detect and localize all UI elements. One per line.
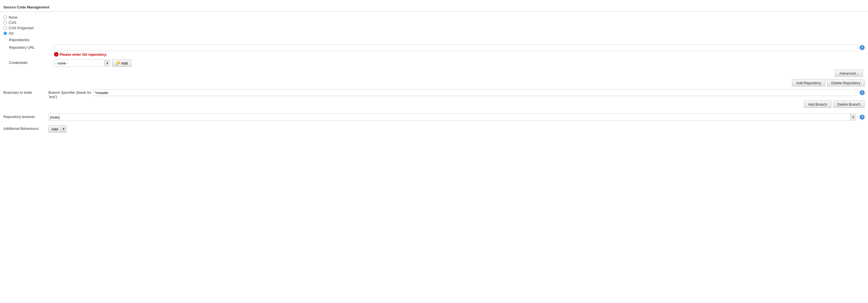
additional-behaviours-label: Additional Behaviours — [3, 125, 49, 131]
radio-item-cvs: CVS — [3, 21, 865, 25]
repositories-section: Repositories Repository URL ? – Please e… — [9, 38, 865, 86]
branches-section: Branches to build Branch Specifier (blan… — [3, 89, 865, 111]
scm-radio-group: None CVS CVS Projectset Git — [3, 15, 865, 35]
add-behaviour-dropdown-button[interactable]: ▼ — [61, 125, 66, 133]
repository-url-label: Repository URL — [9, 44, 54, 50]
add-behaviour-chevron-icon: ▼ — [62, 128, 65, 130]
branch-specifier-help-icon[interactable]: ? — [860, 90, 865, 95]
source-code-management-section: Source Code Management None CVS CVS Proj… — [0, 3, 868, 133]
section-title: Source Code Management — [0, 3, 868, 12]
radio-none[interactable] — [3, 16, 7, 19]
repository-url-input[interactable] — [54, 44, 858, 51]
repository-browser-select[interactable]: (Auto) — [49, 113, 856, 121]
repository-actions: Advanced... — [9, 70, 865, 77]
radio-cvs-projectset[interactable] — [3, 26, 7, 30]
credentials-select[interactable]: - none - — [54, 59, 110, 67]
branch-specifier-row: Branch Specifier (blank for 'any') ? — [49, 89, 865, 99]
radio-cvs[interactable] — [3, 21, 7, 25]
add-behaviour-label: Add — [52, 127, 58, 131]
repositories-label: Repositories — [9, 38, 865, 42]
add-credential-button[interactable]: 🔑 Add — [112, 59, 131, 67]
add-branch-button[interactable]: Add Branch — [804, 101, 831, 108]
repository-url-input-row: ? — [54, 44, 865, 51]
delete-branch-button[interactable]: Delete Branch — [833, 101, 865, 108]
radio-item-none: None — [3, 15, 865, 20]
add-behaviour-main-button[interactable]: Add — [49, 125, 61, 133]
radio-cvs-projectset-label[interactable]: CVS Projectset — [9, 26, 33, 30]
repository-buttons-row: Add Repository Delete Repository — [9, 79, 865, 86]
radio-git[interactable] — [3, 31, 7, 35]
branches-label: Branches to build — [3, 89, 49, 94]
credentials-select-wrapper: - none - ▼ — [54, 59, 110, 67]
repository-url-content: ? – Please enter Git repository. — [54, 44, 865, 57]
repository-browser-label: Repository browser — [3, 113, 49, 119]
branch-specifier-input[interactable] — [93, 89, 856, 96]
branch-specifier-label: Branch Specifier (blank for 'any') — [49, 89, 93, 99]
branches-content: Branch Specifier (blank for 'any') ? Add… — [49, 89, 865, 111]
radio-git-label[interactable]: Git — [9, 31, 13, 35]
branch-buttons-row: Add Branch Delete Branch — [49, 101, 865, 108]
repository-browser-wrapper: (Auto) ▼ — [49, 113, 856, 121]
credentials-input-row: - none - ▼ 🔑 Add — [54, 59, 865, 67]
additional-behaviours-content: Add ▼ — [49, 125, 865, 133]
additional-behaviours-row: Additional Behaviours Add ▼ — [3, 125, 865, 133]
radio-item-git: Git — [3, 31, 865, 35]
radio-item-cvs-projectset: CVS Projectset — [3, 26, 865, 30]
add-credential-label: Add — [121, 61, 128, 65]
credentials-content: - none - ▼ 🔑 Add — [54, 59, 865, 67]
repository-browser-input-row: (Auto) ▼ ? — [49, 113, 865, 121]
radio-cvs-label[interactable]: CVS — [9, 21, 16, 25]
add-repository-button[interactable]: Add Repository — [792, 79, 826, 86]
error-text: Please enter Git repository. — [60, 52, 107, 57]
credentials-label: Credentials — [9, 59, 54, 65]
repository-url-row: Repository URL ? – Please enter Git repo… — [9, 44, 865, 57]
radio-none-label[interactable]: None — [9, 15, 18, 20]
key-icon: 🔑 — [116, 61, 120, 65]
repository-url-error: – Please enter Git repository. — [54, 52, 865, 57]
advanced-button[interactable]: Advanced... — [835, 70, 863, 77]
repository-browser-row: Repository browser (Auto) ▼ ? — [3, 113, 865, 121]
repository-browser-help-icon[interactable]: ? — [860, 115, 865, 120]
credentials-row: Credentials - none - ▼ 🔑 Add — [9, 59, 865, 67]
repository-url-help-icon[interactable]: ? — [860, 45, 865, 50]
add-behaviour-split-button: Add ▼ — [49, 125, 865, 133]
branch-specifier-input-row: ? — [93, 89, 865, 96]
delete-repository-button[interactable]: Delete Repository — [827, 79, 865, 86]
error-icon: – — [54, 52, 59, 57]
